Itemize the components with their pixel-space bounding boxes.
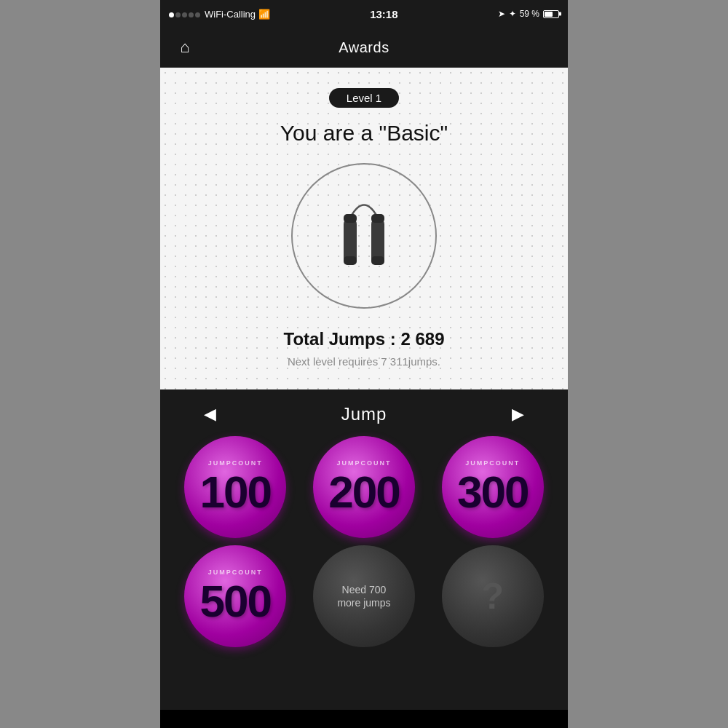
badge-jumpcount-label: JUMPCOUNT <box>336 459 391 467</box>
battery-icon <box>543 10 559 18</box>
gps-icon: ➤ <box>498 9 505 19</box>
badge-number: 100 <box>200 470 271 515</box>
page-title: Awards <box>339 39 389 56</box>
carrier-label: WiFi-Calling <box>205 9 256 20</box>
rope-circle <box>291 163 437 309</box>
badge-200: JUMPCOUNT 200 <box>313 436 415 538</box>
signal-dots <box>169 9 202 20</box>
badge-500: JUMPCOUNT 500 <box>184 545 286 647</box>
svg-rect-2 <box>344 214 357 223</box>
list-item: ? <box>432 545 553 647</box>
badge-number: 500 <box>200 579 271 624</box>
clock: 13:18 <box>370 8 397 20</box>
jump-header: ◀ Jump ▶ <box>160 389 568 436</box>
badge-question-mark: ? <box>481 575 504 617</box>
bluetooth-icon: ✦ <box>509 9 516 19</box>
badge-jumpcount-label: JUMPCOUNT <box>465 459 520 467</box>
section-label: Jump <box>341 404 387 424</box>
status-right: ➤ ✦ 59 % <box>498 9 559 19</box>
rope-svg <box>306 178 422 294</box>
list-item[interactable]: JUMPCOUNT 200 <box>304 436 425 538</box>
level-badge: Level 1 <box>329 88 399 108</box>
badge-100: JUMPCOUNT 100 <box>184 436 286 538</box>
badge-unknown: ? <box>442 545 544 647</box>
total-jumps: Total Jumps : 2 689 <box>284 329 445 349</box>
svg-rect-4 <box>344 256 357 265</box>
nav-bar: ⌂ Awards <box>160 28 568 68</box>
status-left: WiFi-Calling 📶 <box>169 9 270 20</box>
list-item[interactable]: JUMPCOUNT 300 <box>432 436 553 538</box>
badges-row1: JUMPCOUNT 100 JUMPCOUNT 200 JUMPCOUNT 30… <box>160 436 568 545</box>
home-button[interactable]: ⌂ <box>172 34 198 60</box>
badge-need-text: Need 700more jumps <box>337 583 390 609</box>
list-item[interactable]: JUMPCOUNT 500 <box>175 545 296 647</box>
status-bar: WiFi-Calling 📶 13:18 ➤ ✦ 59 % <box>160 0 568 28</box>
dark-section: ◀ Jump ▶ JUMPCOUNT 100 JUMPCOUNT 200 JUM… <box>160 389 568 710</box>
list-item: Need 700more jumps <box>304 545 425 647</box>
prev-arrow[interactable]: ◀ <box>204 405 216 424</box>
level-title: You are a "Basic" <box>280 121 448 146</box>
badge-need700: Need 700more jumps <box>313 545 415 647</box>
home-icon: ⌂ <box>180 38 189 57</box>
next-arrow[interactable]: ▶ <box>512 405 524 424</box>
badge-300: JUMPCOUNT 300 <box>442 436 544 538</box>
badges-row2: JUMPCOUNT 500 Need 700more jumps ? <box>160 545 568 654</box>
badge-number: 300 <box>457 470 528 515</box>
svg-rect-3 <box>371 214 384 223</box>
wifi-icon: 📶 <box>258 9 270 20</box>
main-content: Level 1 You are a "Basic" Total Jumps : … <box>160 68 568 389</box>
battery-percent: 59 % <box>520 9 539 19</box>
badge-number: 200 <box>328 470 399 515</box>
badge-jumpcount-label: JUMPCOUNT <box>208 459 263 467</box>
next-level-text: Next level requires 7 311jumps. <box>288 355 440 368</box>
phone-frame: WiFi-Calling 📶 13:18 ➤ ✦ 59 % ⌂ Awards L… <box>160 0 568 728</box>
list-item[interactable]: JUMPCOUNT 100 <box>175 436 296 538</box>
svg-rect-5 <box>371 256 384 265</box>
badge-jumpcount-label: JUMPCOUNT <box>208 569 263 576</box>
